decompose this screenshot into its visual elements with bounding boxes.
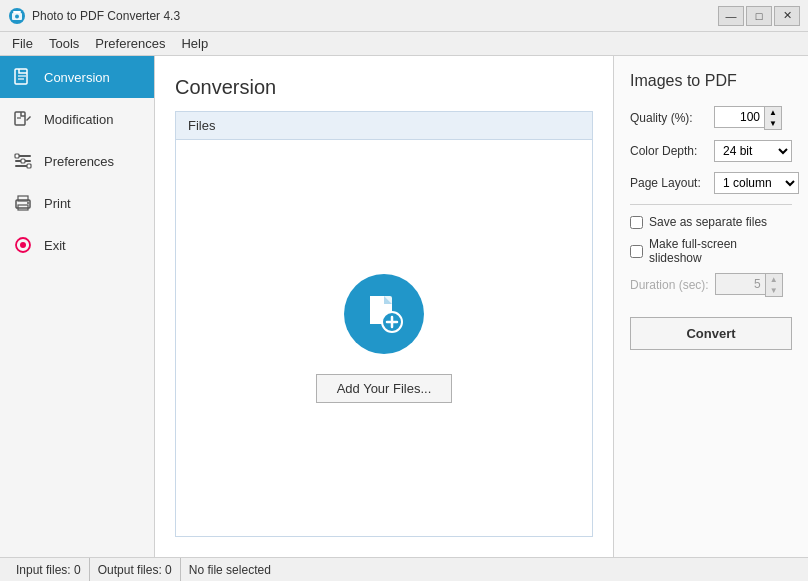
files-drop-area[interactable]: Add Your Files... <box>175 140 593 537</box>
fullscreen-label[interactable]: Make full-screen slideshow <box>649 237 792 265</box>
page-layout-select[interactable]: 1 column 2 columns 3 columns <box>714 172 799 194</box>
quality-spinner-buttons: ▲ ▼ <box>764 106 782 130</box>
print-icon <box>12 192 34 214</box>
svg-rect-13 <box>15 154 19 158</box>
exit-icon <box>12 234 34 256</box>
quality-row: Quality (%): ▲ ▼ <box>630 106 792 130</box>
svg-rect-2 <box>15 11 19 13</box>
files-section-header: Files <box>175 111 593 140</box>
main-content: Conversion Files Add Your Files... <box>155 56 613 557</box>
svg-point-21 <box>20 242 26 248</box>
svg-point-4 <box>15 14 19 18</box>
input-files-status: Input files: 0 <box>8 558 90 581</box>
quality-spinner[interactable]: ▲ ▼ <box>714 106 792 130</box>
page-title: Conversion <box>175 76 593 99</box>
title-bar: Photo to PDF Converter 4.3 — □ ✕ <box>0 0 808 32</box>
svg-rect-14 <box>21 159 25 163</box>
divider-1 <box>630 204 792 205</box>
sidebar-item-print[interactable]: Print <box>0 182 154 224</box>
save-separate-checkbox[interactable] <box>630 216 643 229</box>
sidebar-item-modification[interactable]: Modification <box>0 98 154 140</box>
menu-preferences[interactable]: Preferences <box>87 34 173 53</box>
menu-help[interactable]: Help <box>173 34 216 53</box>
panel-title: Images to PDF <box>630 72 792 90</box>
duration-input <box>715 273 765 295</box>
sidebar-label-conversion: Conversion <box>44 70 110 85</box>
file-selected-status: No file selected <box>181 558 279 581</box>
modification-icon <box>12 108 34 130</box>
duration-spinner-buttons: ▲ ▼ <box>765 273 783 297</box>
convert-button[interactable]: Convert <box>630 317 792 350</box>
window-controls: — □ ✕ <box>718 6 800 26</box>
svg-rect-15 <box>27 164 31 168</box>
menu-bar: File Tools Preferences Help <box>0 32 808 56</box>
duration-row: Duration (sec): ▲ ▼ <box>630 273 792 297</box>
page-layout-row: Page Layout: 1 column 2 columns 3 column… <box>630 172 792 194</box>
sidebar-label-modification: Modification <box>44 112 113 127</box>
file-add-icon-wrapper <box>344 274 424 354</box>
quality-input[interactable] <box>714 106 764 128</box>
duration-label: Duration (sec): <box>630 278 709 292</box>
maximize-button[interactable]: □ <box>746 6 772 26</box>
quality-increment[interactable]: ▲ <box>765 107 781 118</box>
close-button[interactable]: ✕ <box>774 6 800 26</box>
sidebar-label-preferences: Preferences <box>44 154 114 169</box>
app-icon <box>8 7 26 25</box>
add-files-button[interactable]: Add Your Files... <box>316 374 453 403</box>
right-panel: Images to PDF Quality (%): ▲ ▼ Color Dep… <box>613 56 808 557</box>
menu-file[interactable]: File <box>4 34 41 53</box>
save-separate-label[interactable]: Save as separate files <box>649 215 767 229</box>
page-layout-label: Page Layout: <box>630 176 708 190</box>
minimize-button[interactable]: — <box>718 6 744 26</box>
duration-decrement: ▼ <box>766 285 782 296</box>
status-bar: Input files: 0 Output files: 0 No file s… <box>0 557 808 581</box>
save-separate-row: Save as separate files <box>630 215 792 229</box>
sidebar-label-print: Print <box>44 196 71 211</box>
sidebar-label-exit: Exit <box>44 238 66 253</box>
sidebar-item-conversion[interactable]: Conversion <box>0 56 154 98</box>
color-depth-select[interactable]: 24 bit 8 bit 4 bit 1 bit <box>714 140 792 162</box>
fullscreen-checkbox[interactable] <box>630 245 643 258</box>
fullscreen-row: Make full-screen slideshow <box>630 237 792 265</box>
svg-point-19 <box>27 202 29 204</box>
menu-tools[interactable]: Tools <box>41 34 87 53</box>
sidebar: Conversion Modification <box>0 56 155 557</box>
duration-spinner: ▲ ▼ <box>715 273 792 297</box>
conversion-icon <box>12 66 34 88</box>
quality-label: Quality (%): <box>630 111 708 125</box>
output-files-status: Output files: 0 <box>90 558 181 581</box>
quality-decrement[interactable]: ▼ <box>765 118 781 129</box>
app-body: Conversion Modification <box>0 56 808 557</box>
preferences-icon <box>12 150 34 172</box>
app-title: Photo to PDF Converter 4.3 <box>32 9 718 23</box>
sidebar-item-preferences[interactable]: Preferences <box>0 140 154 182</box>
sidebar-item-exit[interactable]: Exit <box>0 224 154 266</box>
color-depth-row: Color Depth: 24 bit 8 bit 4 bit 1 bit <box>630 140 792 162</box>
duration-increment: ▲ <box>766 274 782 285</box>
color-depth-label: Color Depth: <box>630 144 708 158</box>
